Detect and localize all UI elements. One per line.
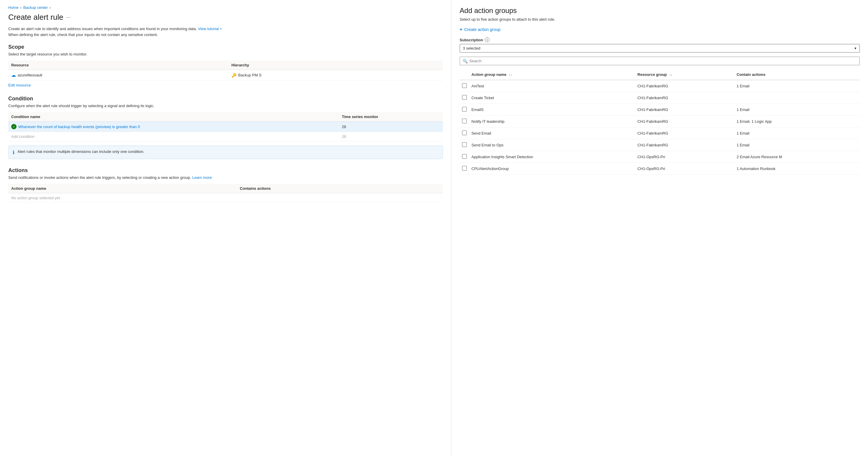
condition-subtitle: Configure when the alert rule should tri…: [8, 104, 443, 108]
no-action-text: No action group selected yet: [11, 196, 60, 200]
condition-info-box: ℹ Alert rules that monitor multiple dime…: [8, 145, 443, 159]
actions-col-name: Action group name: [8, 184, 237, 193]
action-group-row[interactable]: Send Email to Ops CH1-FabrikamRG 1 Email: [460, 139, 860, 151]
action-group-row[interactable]: Create Ticket CH1-FabrikamRG: [460, 92, 860, 104]
action-group-row[interactable]: AniTest CH1-FabrikamRG 1 Email: [460, 80, 860, 92]
right-panel: Add action groups Select up to five acti…: [452, 0, 868, 456]
chevron-down-icon: ▾: [855, 46, 857, 51]
search-icon: 🔍: [463, 59, 468, 63]
ag-col-resource-group[interactable]: Resource group ↑↓: [635, 69, 734, 80]
ag-row-name-cell-0: AniTest: [469, 80, 635, 92]
add-condition-row[interactable]: Add condition 28: [8, 132, 443, 141]
ag-row-ca-cell-7: 1 Automation Runbook: [734, 163, 860, 175]
ag-row-ca-cell-5: 1 Email: [734, 139, 860, 151]
ag-col-rg-label: Resource group: [638, 72, 667, 77]
add-condition-cell: Add condition: [8, 132, 339, 141]
condition-title: Condition: [8, 96, 443, 102]
ag-row-checkbox-cell[interactable]: [460, 128, 469, 139]
condition-value-cell: 28: [339, 122, 443, 132]
description: Create an alert rule to identify and add…: [8, 26, 443, 37]
scope-title: Scope: [8, 44, 443, 50]
breadcrumb-sep2: ›: [50, 6, 51, 10]
key-icon: 🔑: [231, 73, 237, 77]
ag-row-rg-cell-6: CH1-OpsRG-Pri: [635, 151, 734, 163]
breadcrumb-backup-center[interactable]: Backup center: [23, 5, 48, 10]
ag-checkbox-4[interactable]: [462, 130, 467, 135]
ag-rg-sort-icon[interactable]: ↑↓: [669, 73, 672, 76]
ag-row-rg-cell-1: CH1-FabrikamRG: [635, 92, 734, 104]
breadcrumb-home[interactable]: Home: [8, 5, 19, 10]
actions-section: Actions Send notifications or invoke act…: [8, 167, 443, 203]
action-group-row[interactable]: Send Email CH1-FabrikamRG 1 Email: [460, 128, 860, 139]
ag-checkbox-0[interactable]: [462, 83, 467, 88]
ag-row-checkbox-cell[interactable]: [460, 151, 469, 163]
actions-table: Action group name Contains actions No ac…: [8, 184, 443, 203]
view-tutorial-link[interactable]: View tutorial +: [198, 27, 222, 31]
ag-row-rg-cell-3: CH1-FabrikamRG: [635, 116, 734, 128]
learn-more-link[interactable]: Learn more: [192, 175, 212, 180]
ag-checkbox-6[interactable]: [462, 154, 467, 159]
ag-row-name-cell-1: Create Ticket: [469, 92, 635, 104]
ag-row-name-cell-7: CPUAlertActionGroup: [469, 163, 635, 175]
subscription-info-icon[interactable]: i: [485, 37, 490, 42]
ag-row-rg-cell-5: CH1-FabrikamRG: [635, 139, 734, 151]
ag-checkbox-7[interactable]: [462, 166, 467, 171]
subscription-label-text: Subscription: [460, 38, 483, 42]
condition-info-text: Alert rules that monitor multiple dimens…: [18, 149, 144, 154]
left-panel: Home › Backup center › Create alert rule…: [0, 0, 452, 456]
ag-checkbox-3[interactable]: [462, 119, 467, 123]
plus-icon: +: [460, 27, 462, 32]
ag-row-rg-cell-2: CH1-FabrikamRG: [635, 104, 734, 116]
cloud-icon: ☁: [11, 72, 16, 78]
action-group-row[interactable]: CPUAlertActionGroup CH1-OpsRG-Pri 1 Auto…: [460, 163, 860, 175]
ag-row-checkbox-cell[interactable]: [460, 116, 469, 128]
scope-section: Scope Select the target resource you wis…: [8, 44, 443, 87]
edit-resource-link[interactable]: Edit resource: [8, 83, 31, 87]
ag-row-ca-cell-0: 1 Email: [734, 80, 860, 92]
condition-active-row[interactable]: ✓ Whenever the count of backup health ev…: [8, 122, 443, 132]
ag-checkbox-5[interactable]: [462, 142, 467, 147]
page-title: Create alert rule: [8, 13, 63, 22]
create-action-group-button[interactable]: + Create action group: [460, 27, 500, 32]
info-circle-icon: ℹ: [13, 150, 14, 155]
ag-row-checkbox-cell[interactable]: [460, 92, 469, 104]
ag-row-name-cell-6: Application Insights Smart Detection: [469, 151, 635, 163]
ag-row-name-cell-2: EmailS: [469, 104, 635, 116]
condition-text: ✓ Whenever the count of backup health ev…: [11, 124, 336, 129]
actions-col-contains: Contains actions: [237, 184, 443, 193]
scope-hierarchy: Backup PM S: [238, 73, 261, 77]
condition-section: Condition Configure when the alert rule …: [8, 96, 443, 159]
actions-description: Send notifications or invoke actions whe…: [8, 175, 443, 180]
no-action-row: No action group selected yet: [8, 193, 443, 203]
action-group-row[interactable]: Notify IT leadership CH1-FabrikamRG 1 Em…: [460, 116, 860, 128]
ag-col-ca-label: Contain actions: [737, 72, 766, 77]
ag-row-checkbox-cell[interactable]: [460, 163, 469, 175]
search-input[interactable]: [460, 57, 860, 65]
panel-title: Add action groups: [460, 6, 860, 15]
ag-checkbox-1[interactable]: [462, 95, 467, 100]
action-group-row[interactable]: EmailS CH1-FabrikamRG 1 Email: [460, 104, 860, 116]
subscription-label: Subscription i: [460, 37, 860, 42]
ag-row-ca-cell-4: 1 Email: [734, 128, 860, 139]
condition-main-text: Whenever the count of backup health even…: [18, 125, 140, 129]
search-wrapper: 🔍: [460, 57, 860, 65]
condition-col-name: Condition name: [8, 112, 339, 122]
ag-col-checkbox: [460, 69, 469, 80]
ag-row-rg-cell-7: CH1-OpsRG-Pri: [635, 163, 734, 175]
resource-name: azurefilesvault: [18, 73, 42, 77]
scope-resource-cell: ☁ azurefilesvault: [8, 70, 228, 80]
ag-row-checkbox-cell[interactable]: [460, 139, 469, 151]
subscription-select[interactable]: 3 selected ▾: [460, 44, 860, 53]
ag-row-checkbox-cell[interactable]: [460, 80, 469, 92]
ag-row-ca-cell-2: 1 Email: [734, 104, 860, 116]
action-group-row[interactable]: Application Insights Smart Detection CH1…: [460, 151, 860, 163]
subscription-value: 3 selected: [463, 46, 480, 51]
ag-name-sort-icon[interactable]: ↑↓: [509, 73, 512, 76]
scope-table: Resource Hierarchy ☁ azurefilesvault: [8, 61, 443, 80]
ag-checkbox-2[interactable]: [462, 107, 467, 111]
ag-row-checkbox-cell[interactable]: [460, 104, 469, 116]
page-title-ellipsis[interactable]: ···: [66, 14, 70, 20]
condition-table: Condition name Time series monitor ✓ Whe…: [8, 112, 443, 141]
description-sub: When defining the alert rule, check that…: [8, 32, 158, 37]
ag-col-name[interactable]: Action group name ↑↓: [469, 69, 635, 80]
